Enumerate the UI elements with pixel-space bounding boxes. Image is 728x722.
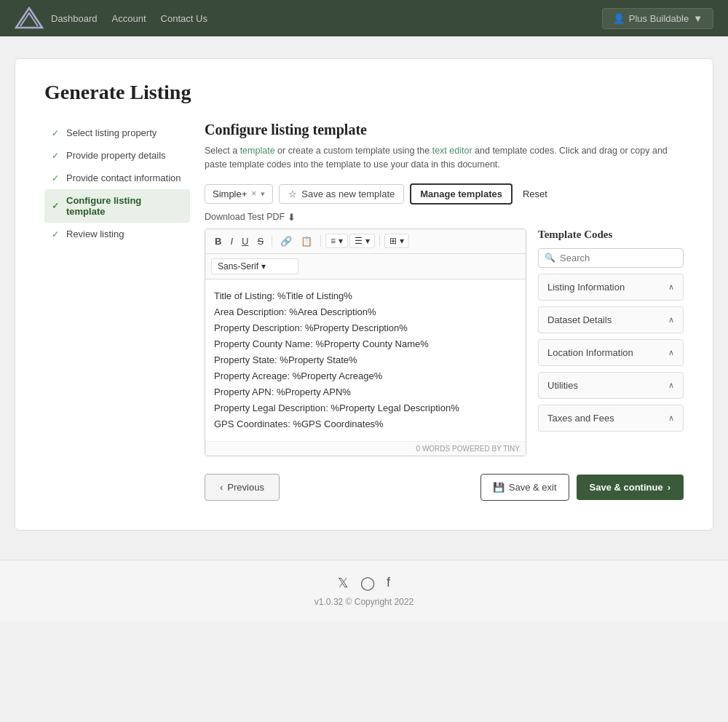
twitter-icon[interactable]: 𝕏 [338,575,349,591]
user-menu-button[interactable]: 👤 Plus Buildable ▼ [602,8,713,29]
star-icon: ☆ [288,189,297,199]
tc-section-listing[interactable]: Listing Information ∧ [538,274,684,301]
content-line-5: Property State: %Property State% [214,352,517,368]
check-icon-4: ✓ [52,201,60,211]
text-editor-link[interactable]: text editor [432,146,472,156]
footer-social: 𝕏 ◯ f [15,575,713,591]
chevron-down-icon: ▾ [339,236,343,246]
ordered-list-select[interactable]: ≡ ▾ [325,234,348,248]
template-search-input[interactable] [560,253,682,263]
tc-section-location[interactable]: Location Information ∧ [538,339,684,366]
editor-content[interactable]: Title of Listing: %Title of Listing% Are… [205,279,526,442]
content-line-9: GPS Coordinates: %GPS Coordinates% [214,416,517,432]
sidebar-label-4: Configure listing template [66,195,183,217]
chevron-up-icon-5: ∧ [668,413,674,423]
save-icon: 💾 [493,482,505,493]
sidebar-item-review-listing[interactable]: ✓ Review listing [44,223,190,245]
template-value: Simple+ [213,189,247,199]
logo: Dashboard Account Contact Us [15,6,207,31]
bold-button[interactable]: B [211,234,225,249]
sidebar-label-1: Select listing property [66,127,157,138]
italic-button[interactable]: I [226,234,237,249]
main-container: Generate Listing ✓ Select listing proper… [15,58,713,531]
template-controls: Simple+ × ▾ ☆ Save as new template Manag… [205,183,684,205]
font-select[interactable]: Sans-Serif ▾ [211,258,298,274]
template-select-dropdown[interactable]: Simple+ × ▾ [205,184,273,204]
footer-buttons: ‹ Previous 💾 Save & exit Save & continue… [205,474,684,501]
check-icon-2: ✓ [52,151,60,161]
nav-dashboard[interactable]: Dashboard [51,13,98,24]
site-footer: 𝕏 ◯ f v1.0.32 © Copyright 2022 [0,560,728,622]
footer-copyright: v1.0.32 © Copyright 2022 [15,597,713,607]
panel-title: Configure listing template [205,122,684,138]
chevron-up-icon-4: ∧ [668,381,674,390]
content-line-2: Area Description: %Area Description% [214,304,517,320]
tc-section-taxes[interactable]: Taxes and Fees ∧ [538,405,684,432]
toolbar-sep-1 [272,235,272,247]
save-as-new-template-button[interactable]: ☆ Save as new template [279,184,404,204]
strikethrough-button[interactable]: S [253,234,267,249]
chevron-down-icon: ▾ [400,236,404,246]
sidebar-label-2: Provide property details [66,150,166,161]
ol-icon: ≡ [331,236,336,246]
user-icon: 👤 [613,13,625,24]
sidebar-label-3: Provide contact information [66,172,181,183]
nav-account[interactable]: Account [112,13,146,24]
navbar-links: Dashboard Account Contact Us [51,13,207,24]
sidebar-item-contact-info[interactable]: ✓ Provide contact information [44,167,190,189]
panel-description: Select a template or create a custom tem… [205,144,684,172]
save-continue-button[interactable]: Save & continue › [577,475,684,500]
footer-right-buttons: 💾 Save & exit Save & continue › [480,474,684,501]
previous-button[interactable]: ‹ Previous [205,474,280,501]
manage-templates-button[interactable]: Manage templates [410,183,513,205]
tc-section-dataset[interactable]: Dataset Details ∧ [538,306,684,333]
download-icon: ⬇ [288,212,296,223]
download-pdf[interactable]: Download Test PDF ⬇ [205,212,684,223]
content-line-3: Property Description: %Property Descript… [214,320,517,336]
sidebar-item-configure-template[interactable]: ✓ Configure listing template [44,189,190,223]
content-line-4: Property County Name: %Property County N… [214,336,517,352]
navbar: Dashboard Account Contact Us 👤 Plus Buil… [0,0,728,36]
chevron-up-icon-1: ∧ [668,282,674,292]
template-link[interactable]: template [240,146,275,156]
content-line-6: Property Acreage: %Property Acreage% [214,368,517,384]
save-exit-button[interactable]: 💾 Save & exit [480,474,569,501]
content-line-8: Property Legal Description: %Property Le… [214,400,517,416]
check-icon-5: ✓ [52,229,60,239]
link-button[interactable]: 🔗 [277,234,296,249]
ul-icon: ☰ [355,236,363,246]
nav-contact[interactable]: Contact Us [161,13,207,24]
page-title: Generate Listing [44,81,684,104]
unordered-list-select[interactable]: ☰ ▾ [349,234,375,248]
underline-button[interactable]: U [238,234,252,249]
chevron-down-icon: ▾ [261,189,265,199]
check-icon-1: ✓ [52,128,60,138]
editor-row: B I U S 🔗 📋 ≡ ▾ ☰ [205,229,684,457]
search-icon: 🔍 [545,253,555,263]
tc-section-utilities[interactable]: Utilities ∧ [538,372,684,399]
table-select[interactable]: ⊞ ▾ [384,234,409,248]
main-panel: Configure listing template Select a temp… [205,122,684,501]
editor-wrapper: B I U S 🔗 📋 ≡ ▾ ☰ [205,229,526,457]
chevron-right-icon: › [668,482,670,493]
clear-template-button[interactable]: × [251,189,256,199]
sidebar-item-select-property[interactable]: ✓ Select listing property [44,122,190,144]
facebook-icon[interactable]: f [387,575,390,591]
chevron-down-icon: ▼ [693,13,703,24]
reset-button[interactable]: Reset [518,185,552,203]
content-line-7: Property APN: %Property APN% [214,384,517,400]
content-line-1: Title of Listing: %Title of Listing% [214,288,517,304]
instagram-icon[interactable]: ◯ [360,575,375,591]
sidebar-item-property-details[interactable]: ✓ Provide property details [44,144,190,167]
editor-footer: 0 WORDS POWERED BY TINY [205,441,526,456]
toolbar-sep-3 [379,235,380,247]
template-search-box[interactable]: 🔍 [538,248,684,268]
sidebar: ✓ Select listing property ✓ Provide prop… [44,122,205,501]
toolbar-sep-2 [320,235,321,247]
paste-button[interactable]: 📋 [297,234,316,249]
chevron-up-icon-3: ∧ [668,348,674,357]
content-layout: ✓ Select listing property ✓ Provide prop… [44,122,684,501]
table-icon: ⊞ [389,236,397,246]
chevron-down-icon: ▾ [365,236,370,246]
template-codes-panel: Template Codes 🔍 Listing Information ∧ D… [538,229,684,457]
